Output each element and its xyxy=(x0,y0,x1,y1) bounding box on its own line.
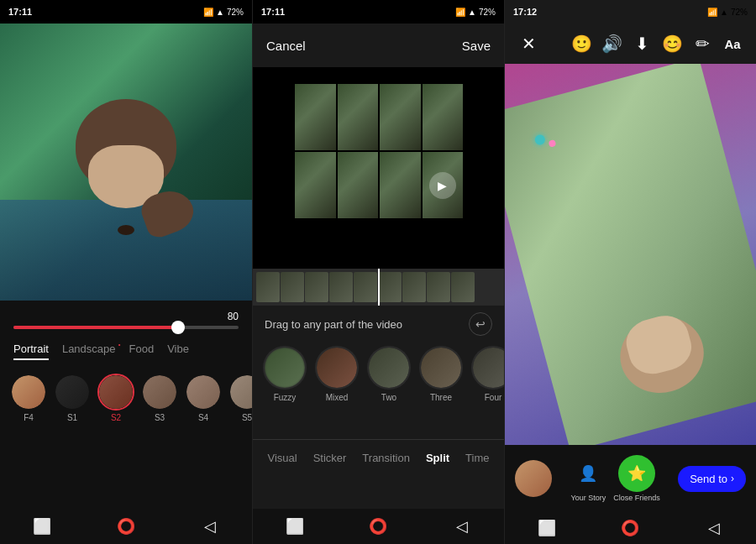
time-1: 17:11 xyxy=(8,7,32,17)
send-to-button[interactable]: Send to › xyxy=(678,466,746,492)
effect-three[interactable]: Three xyxy=(419,346,463,402)
text-icon[interactable]: Aa xyxy=(719,30,746,57)
bottom-tabs-2: Visual Sticker Transition Split Time xyxy=(253,439,504,476)
timeline-bar[interactable] xyxy=(253,269,504,306)
film-cell-3 xyxy=(380,84,421,150)
tab-portrait[interactable]: Portrait xyxy=(13,343,49,360)
film-thumb-4 xyxy=(423,84,464,150)
nav-back-icon-3[interactable]: ◁ xyxy=(705,519,723,537)
effect-img-mixed xyxy=(317,348,357,388)
send-to-label: Send to xyxy=(690,473,727,485)
status-icons-1: 📶 ▲ 72% xyxy=(203,8,244,17)
teal-glow-dot xyxy=(533,133,546,146)
tab-split[interactable]: Split xyxy=(419,448,456,468)
nav-square-icon-2[interactable]: ⬜ xyxy=(286,517,304,536)
film-thumb-1 xyxy=(295,84,336,150)
avatar-item-s1[interactable]: S1 xyxy=(54,374,91,422)
nav-back-icon[interactable]: ◁ xyxy=(201,517,219,536)
slider-thumb[interactable] xyxy=(171,321,185,334)
avatar-img-s1 xyxy=(55,375,89,409)
tab-vibe[interactable]: Vibe xyxy=(167,343,189,360)
draw-icon[interactable]: ✏ xyxy=(689,30,716,57)
nav-bar-1: ⬜ ⭕ ◁ xyxy=(0,509,252,544)
film-cell-4 xyxy=(423,84,464,150)
tab-transition[interactable]: Transition xyxy=(355,448,417,468)
signal-icon: 📶 xyxy=(203,8,213,17)
your-story-icon: 👤 xyxy=(570,455,606,492)
pink-dot xyxy=(549,139,557,148)
timeline-frame-7 xyxy=(402,272,426,302)
nav-bar-2: ⬜ ⭕ ◁ xyxy=(253,509,504,544)
nav-home-icon-2[interactable]: ⭕ xyxy=(369,517,387,536)
close-friends-label: Close Friends xyxy=(613,494,660,502)
play-button-overlay[interactable]: ▶ xyxy=(429,172,456,199)
undo-button[interactable]: ↩ xyxy=(469,312,492,336)
tab-landscape[interactable]: Landscape xyxy=(62,343,116,360)
otter-face-light-story xyxy=(622,311,696,379)
effect-img-three xyxy=(421,348,461,388)
nav-home-icon[interactable]: ⭕ xyxy=(117,517,135,536)
avatar-s4 xyxy=(185,374,222,411)
panel-video-editor: 17:11 📶 ▲ 72% Cancel Save ▶ xyxy=(252,0,504,544)
effect-circle-mixed xyxy=(315,346,359,390)
avatar-label-f4: F4 xyxy=(24,413,34,422)
film-cell-1 xyxy=(295,84,336,150)
avatar-s5 xyxy=(228,374,252,411)
avatar-item-s5[interactable]: S5 xyxy=(228,374,252,422)
slider-value: 80 xyxy=(13,311,239,322)
avatar-item-s3[interactable]: S3 xyxy=(141,374,178,422)
your-story-option[interactable]: 👤 Your Story xyxy=(570,455,606,502)
tab-time[interactable]: Time xyxy=(459,448,496,468)
timeline-frame-5 xyxy=(354,272,377,302)
effect-two[interactable]: Two xyxy=(367,346,411,402)
battery-text: 72% xyxy=(227,8,244,17)
avatar-item-s4[interactable]: S4 xyxy=(185,374,222,422)
film-cell-2 xyxy=(338,84,379,150)
avatar-item-s2[interactable]: S2 xyxy=(97,374,134,422)
timeline-frame-4 xyxy=(329,272,353,302)
nav-back-icon-2[interactable]: ◁ xyxy=(453,517,471,536)
avatar-img-s3 xyxy=(143,375,176,409)
cancel-button[interactable]: Cancel xyxy=(266,39,306,53)
film-thumb-3 xyxy=(380,84,421,150)
avatar-img-s4 xyxy=(186,375,220,409)
top-bar-2: Cancel Save xyxy=(253,24,504,67)
close-friends-option[interactable]: ⭐ Close Friends xyxy=(613,455,660,502)
tab-visual[interactable]: Visual xyxy=(260,448,303,468)
effect-mixed[interactable]: Mixed xyxy=(315,346,359,402)
nav-square-icon[interactable]: ⬜ xyxy=(33,517,51,536)
effect-label-two: Two xyxy=(381,393,396,402)
nav-home-icon-3[interactable]: ⭕ xyxy=(621,519,639,537)
avatar-s2 xyxy=(97,374,134,411)
effect-label-four: Four xyxy=(485,393,502,402)
video-editor-preview[interactable]: ▶ xyxy=(253,67,504,269)
status-bar-3: 17:12 📶 ▲ 72% xyxy=(505,0,756,24)
status-icons-3: 📶 ▲ 72% xyxy=(707,8,748,17)
timeline-cursor xyxy=(378,269,380,306)
avatar-item-f4[interactable]: F4 xyxy=(10,374,47,422)
nav-square-icon-3[interactable]: ⬜ xyxy=(538,519,556,537)
otter-head xyxy=(76,99,176,191)
film-strip: ▶ xyxy=(295,84,463,218)
tab-food[interactable]: Food xyxy=(129,343,155,360)
wifi-icon: ▲ xyxy=(216,8,224,17)
emoji-icon[interactable]: 🙂 xyxy=(568,30,595,57)
slider-fill xyxy=(13,326,182,329)
panel-video-filters: 17:11 📶 ▲ 72% 80 xyxy=(0,0,252,544)
wifi-icon-2: ▲ xyxy=(468,8,476,17)
download-icon[interactable]: ⬇ xyxy=(628,30,655,57)
effect-four[interactable]: Four xyxy=(471,346,504,402)
effect-fuzzy[interactable]: Fuzzy xyxy=(263,346,307,402)
volume-icon[interactable]: 🔊 xyxy=(598,30,625,57)
time-3: 17:12 xyxy=(513,7,537,17)
otter-body xyxy=(42,65,210,301)
close-icon[interactable]: ✕ xyxy=(515,30,542,57)
tab-sticker[interactable]: Sticker xyxy=(307,448,354,468)
panel-story-share: 17:12 📶 ▲ 72% ✕ 🙂 🔊 ⬇ 😊 ✏ Aa xyxy=(504,0,756,544)
sticker-icon[interactable]: 😊 xyxy=(659,30,685,57)
save-button[interactable]: Save xyxy=(462,39,491,53)
otter-video-frame xyxy=(0,24,252,301)
bottom-story-bar: 👤 Your Story ⭐ Close Friends Send to › xyxy=(505,445,756,512)
timeline-frame-8 xyxy=(427,272,450,302)
slider-track[interactable] xyxy=(13,326,239,329)
